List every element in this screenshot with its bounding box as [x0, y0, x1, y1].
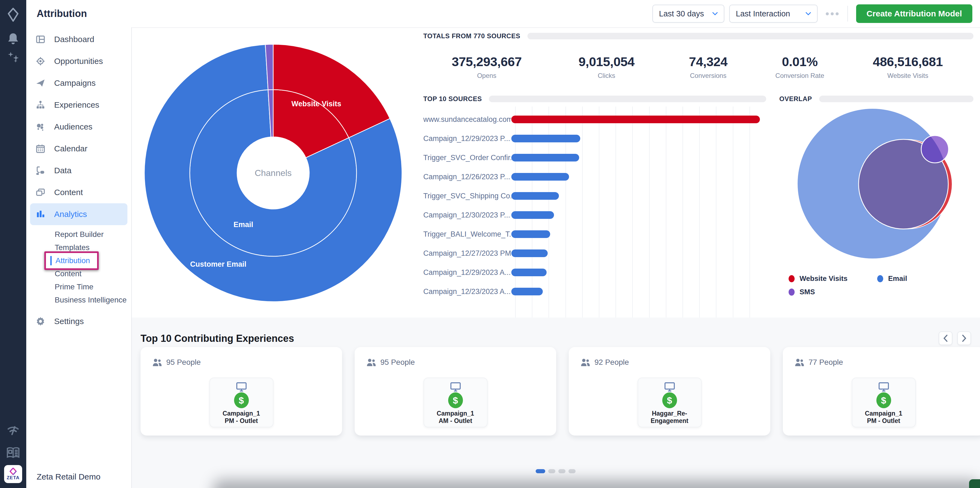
source-row: www.sundancecatalog.com [423, 110, 766, 129]
ai-sparkles-icon[interactable] [0, 51, 26, 63]
experience-card[interactable]: 77 People$Campaign_1 PM - Outlet [783, 347, 980, 436]
sidebar-item-label: Experiences [54, 100, 99, 109]
sidebar-item-data[interactable]: Data [26, 160, 131, 181]
sidebar-item-calendar[interactable]: Calendar [26, 138, 131, 160]
experiences-title: Top 10 Contributing Experiences [140, 333, 294, 344]
notifications-bell-icon[interactable] [0, 32, 26, 45]
sidebar-subitem-report-builder[interactable]: Report Builder [26, 228, 131, 241]
zeta-workspace-tile[interactable]: ZETA [4, 465, 22, 483]
sidebar-subitem-content[interactable]: Content [26, 267, 131, 280]
legend-label: Website Visits [800, 274, 847, 283]
source-label[interactable]: Campaign_12/30/2023 P... [423, 211, 511, 219]
sidebar-item-opportunities[interactable]: Opportunities [26, 50, 131, 72]
source-label[interactable]: Campaign_12/29/2023 P... [423, 135, 511, 143]
totals-header-label: TOTALS FROM 770 SOURCES [423, 32, 520, 40]
source-label[interactable]: Trigger_BALI_Welcome_T... [423, 230, 511, 239]
sidebar-subitem-business-intelligence[interactable]: Business Intelligence [26, 293, 131, 307]
sidebar-item-campaigns[interactable]: Campaigns [26, 72, 131, 94]
attribution-dashboard-panel: Website VisitsEmailCustomer EmailChannel… [131, 28, 980, 317]
source-bar[interactable] [511, 154, 579, 162]
carousel-dot-3[interactable] [558, 469, 565, 473]
workspace-name[interactable]: Zeta Retail Demo [37, 472, 100, 482]
experience-node-label: Campaign_1 PM - Outlet [210, 410, 273, 425]
legend-dot [789, 288, 795, 296]
sidebar-item-dashboard[interactable]: Dashboard [26, 29, 131, 50]
experience-card[interactable]: 92 People$Haggar_Re- Engagement [569, 347, 770, 436]
source-label[interactable]: Campaign_12/29/2023 A... [423, 268, 511, 277]
experience-node-label: Campaign_1 PM - Outlet [852, 410, 915, 425]
zeta-diamond-logo-icon[interactable] [0, 8, 26, 22]
glossary-book-icon[interactable] [0, 447, 26, 458]
sidebar-item-content[interactable]: Content [26, 181, 131, 203]
legend-item-email[interactable]: Email [877, 274, 966, 283]
source-bar-track [511, 206, 762, 225]
stat-clicks: 9,015,054Clicks [579, 54, 635, 79]
overlap-header: OVERLAP [779, 95, 974, 103]
carousel-dot-1[interactable] [536, 469, 545, 473]
chevron-down-icon [805, 12, 811, 16]
page-title: Attribution [37, 8, 87, 19]
top-sources-header: TOP 10 SOURCES [423, 95, 766, 103]
carousel-next-button[interactable] [957, 331, 971, 345]
experience-node[interactable]: $Campaign_1 PM - Outlet [852, 378, 916, 427]
source-label[interactable]: Trigger_SVC_Order Confir... [423, 154, 511, 162]
source-bar[interactable] [511, 269, 547, 276]
source-label[interactable]: Campaign_12/26/2023 P... [423, 173, 511, 181]
sidebar-item-analytics[interactable]: Analytics [30, 203, 127, 225]
more-options-icon[interactable] [826, 12, 838, 15]
source-bar[interactable] [511, 211, 554, 219]
stat-conversion-rate: 0.01%Conversion Rate [775, 54, 824, 79]
people-count: 77 People [808, 358, 843, 367]
source-bar[interactable] [511, 116, 760, 123]
experience-node[interactable]: $Campaign_1 AM - Outlet [423, 378, 488, 427]
experience-node[interactable]: $Campaign_1 PM - Outlet [210, 378, 274, 427]
overlap-venn-diagram[interactable] [793, 105, 963, 285]
legend-item-website-visits[interactable]: Website Visits [789, 274, 877, 283]
experience-node[interactable]: $Haggar_Re- Engagement [638, 378, 702, 427]
sidebar-subitem-attribution[interactable]: Attribution [26, 254, 131, 267]
source-label[interactable]: Trigger_SVC_Shipping Co... [423, 192, 511, 200]
stat-website-visits: 486,516,681Website Visits [873, 54, 943, 79]
source-bar[interactable] [511, 288, 543, 295]
status-signal-icon[interactable] [0, 425, 26, 436]
sidebar-subitem-label: Content [55, 269, 81, 278]
experience-card[interactable]: 95 People$Campaign_1 PM - Outlet [140, 347, 342, 436]
sidebar-item-label: Analytics [54, 209, 87, 219]
experiences-icon [35, 100, 45, 109]
top-sources-header-label: TOP 10 SOURCES [423, 95, 482, 103]
source-bar[interactable] [511, 173, 569, 181]
date-range-select[interactable]: Last 30 days [652, 5, 724, 23]
experience-card[interactable]: 95 People$Campaign_1 AM - Outlet [355, 347, 556, 436]
sidebar-item-label: Data [54, 166, 72, 175]
source-label[interactable]: Campaign_12/27/2023 PM... [423, 249, 511, 258]
sidebar-subitem-prime-time[interactable]: Prime Time [26, 280, 131, 293]
sidebar-subitem-label: Templates [55, 243, 90, 252]
source-row: Trigger_BALI_Welcome_T... [423, 225, 766, 244]
source-bar[interactable] [511, 135, 580, 143]
sunburst-label: Customer Email [190, 260, 247, 268]
source-label[interactable]: www.sundancecatalog.com [423, 115, 511, 124]
attribution-model-select[interactable]: Last Interaction [729, 5, 818, 23]
sidebar-item-label: Calendar [54, 144, 88, 153]
carousel-dot-2[interactable] [548, 469, 555, 473]
sidebar-item-settings[interactable]: Settings [26, 311, 131, 332]
source-row: Campaign_12/30/2023 P... [423, 206, 766, 225]
source-bar[interactable] [511, 230, 550, 238]
totals-header-bar [527, 33, 974, 40]
sunburst-label: Email [234, 220, 253, 229]
source-label[interactable]: Campaign_12/23/2023 A... [423, 287, 511, 296]
channels-sunburst-chart[interactable]: Website VisitsEmailCustomer EmailChannel… [145, 44, 402, 302]
source-bar[interactable] [511, 192, 559, 200]
sidebar-item-audiences[interactable]: Audiences [26, 116, 131, 138]
legend-label: Email [888, 274, 907, 283]
carousel-prev-button[interactable] [939, 331, 952, 345]
carousel-dot-4[interactable] [568, 469, 576, 473]
legend-item-sms[interactable]: SMS [789, 288, 877, 296]
source-bar[interactable] [511, 249, 548, 257]
source-bar-track [511, 110, 762, 129]
sidebar-item-experiences[interactable]: Experiences [26, 94, 131, 116]
stat-value: 0.01% [775, 54, 824, 69]
create-attribution-model-button[interactable]: Create Attribution Model [856, 5, 972, 23]
overlap-legend: Website VisitsEmailSMS [789, 274, 966, 296]
opportunities-icon [35, 57, 45, 66]
